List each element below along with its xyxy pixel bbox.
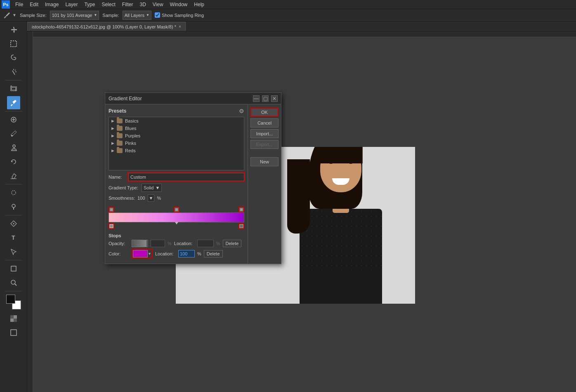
eyedropper-tool[interactable] (7, 96, 20, 109)
pen-tool[interactable] (7, 217, 20, 230)
svg-point-13 (12, 204, 15, 208)
clone-stamp-tool[interactable] (7, 141, 20, 154)
dialog-minimize-button[interactable]: — (253, 95, 260, 102)
opacity-location-input[interactable] (197, 240, 214, 247)
brush-tool[interactable] (7, 127, 20, 140)
gradient-bar[interactable] (109, 213, 244, 222)
menu-layer[interactable]: Layer (62, 1, 80, 8)
opacity-stop-left-inner (110, 208, 113, 211)
dialog-maximize-button[interactable]: ▢ (262, 95, 269, 102)
shape-tool[interactable] (7, 262, 20, 275)
preset-purples[interactable]: ▶ Purples (109, 132, 244, 139)
rect-select-tool[interactable] (7, 37, 20, 50)
woman-hair-side (287, 159, 310, 234)
foreground-color-swatch[interactable] (6, 295, 15, 304)
opacity-stop-mid[interactable] (174, 207, 179, 213)
color-stop-row: Color: ▼ Location: % Delete (109, 249, 244, 259)
sample-dropdown[interactable]: All Layers ▼ (123, 11, 151, 20)
path-select-tool[interactable] (7, 245, 20, 258)
color-field-label: Color: (109, 251, 129, 256)
gradient-bar-fill (109, 213, 244, 222)
blur-tool[interactable] (7, 186, 20, 199)
gradient-type-label: Gradient Type: (109, 185, 138, 190)
dialog-right-panel: OK Cancel Import... Export... New (248, 104, 281, 264)
color-swatch-stop[interactable] (133, 250, 148, 257)
gradient-bar-container (109, 213, 244, 222)
opacity-delete-button[interactable]: Delete (223, 240, 242, 247)
woman-figure (283, 151, 399, 304)
show-sampling-ring[interactable]: Show Sampling Ring (155, 12, 204, 18)
svg-point-18 (11, 280, 15, 284)
preset-blues[interactable]: ▶ Blues (109, 125, 244, 132)
menu-window[interactable]: Window (167, 1, 191, 8)
presets-gear-icon[interactable]: ⚙ (239, 108, 244, 114)
svg-rect-24 (11, 330, 17, 335)
gradient-type-dropdown[interactable]: Solid ▼ (142, 184, 162, 192)
svg-rect-22 (10, 319, 14, 322)
heal-tool[interactable] (7, 113, 20, 126)
dialog-titlebar: Gradient Editor — ▢ ✕ (105, 93, 281, 104)
name-input[interactable] (128, 173, 244, 181)
menu-file[interactable]: File (12, 1, 26, 8)
presets-label: Presets (109, 108, 126, 114)
menu-type[interactable]: Type (81, 1, 98, 8)
screen-mode-button[interactable] (7, 326, 20, 339)
eyedropper-icon: ▼ (3, 12, 17, 19)
color-swatch-arrow[interactable]: ▼ (148, 252, 151, 256)
tab-close-button[interactable]: × (179, 24, 181, 29)
svg-rect-20 (10, 315, 14, 319)
menu-edit[interactable]: Edit (27, 1, 41, 8)
menu-image[interactable]: Image (42, 1, 61, 8)
opacity-stop-left[interactable] (109, 207, 114, 213)
preset-arrow-blues: ▶ (111, 126, 114, 130)
color-swatches[interactable] (6, 295, 21, 309)
opacity-stops-row (109, 205, 244, 213)
new-button[interactable]: New (250, 157, 279, 166)
preset-label-reds: Reds (125, 148, 136, 153)
smoothness-percent: % (157, 196, 161, 201)
import-button[interactable]: Import... (250, 129, 279, 138)
opacity-swatch[interactable] (132, 240, 148, 247)
presets-list[interactable]: ▶ Basics ▶ Blues ▶ Purples (109, 117, 244, 170)
smoothness-dropdown[interactable]: ▼ (148, 194, 155, 202)
lasso-tool[interactable] (7, 51, 20, 64)
svg-point-9 (13, 145, 15, 147)
svg-point-8 (11, 135, 13, 137)
svg-rect-17 (11, 266, 16, 271)
color-stop-left[interactable] (109, 223, 114, 229)
sample-size-label: Sample Size: (20, 13, 47, 18)
dodge-tool[interactable] (7, 200, 20, 213)
move-tool[interactable] (7, 23, 20, 36)
menu-help[interactable]: Help (191, 1, 207, 8)
menu-view[interactable]: View (150, 1, 166, 8)
opacity-field-label: Opacity: (109, 241, 129, 246)
color-swatch-wrapper[interactable]: ▼ (132, 249, 153, 259)
history-brush-tool[interactable] (7, 155, 20, 168)
color-delete-button[interactable]: Delete (204, 250, 223, 257)
preset-reds[interactable]: ▶ Reds (109, 147, 244, 154)
cancel-button[interactable]: Cancel (250, 118, 279, 128)
ok-button[interactable]: OK (250, 108, 279, 117)
show-ring-checkbox[interactable] (155, 12, 160, 18)
menu-3d[interactable]: 3D (137, 1, 149, 8)
preset-basics[interactable]: ▶ Basics (109, 117, 244, 125)
eraser-tool[interactable] (7, 169, 20, 182)
menu-select[interactable]: Select (99, 1, 118, 8)
document-tab[interactable]: istockphoto-465479132-612x612.jpg @ 100%… (27, 22, 186, 31)
color-stop-right[interactable] (238, 223, 244, 229)
crop-tool[interactable] (7, 82, 20, 95)
sample-size-dropdown[interactable]: 101 by 101 Average ▼ (50, 11, 99, 20)
magic-wand-tool[interactable] (7, 65, 20, 78)
svg-line-19 (15, 284, 17, 286)
preset-folder-purples (117, 133, 123, 138)
type-tool[interactable]: T (7, 231, 20, 244)
color-location-input[interactable] (178, 250, 195, 257)
quick-mask-button[interactable] (7, 312, 20, 325)
menu-filter[interactable]: Filter (119, 1, 136, 8)
opacity-stop-right[interactable] (238, 207, 244, 213)
export-button: Export... (250, 140, 279, 149)
zoom-tool[interactable] (7, 276, 20, 289)
dialog-close-button[interactable]: ✕ (271, 95, 278, 102)
opacity-value-input[interactable] (151, 240, 165, 247)
preset-pinks[interactable]: ▶ Pinks (109, 139, 244, 147)
